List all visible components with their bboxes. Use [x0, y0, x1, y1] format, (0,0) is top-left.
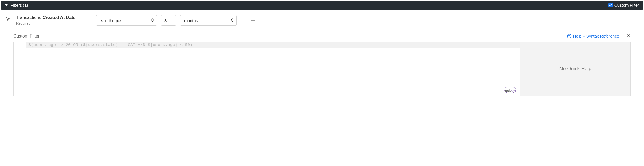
custom-filter-checkbox-label: Custom Filter: [614, 3, 639, 7]
editor-gutter: [14, 42, 26, 96]
filters-header-left: Filters (1): [5, 3, 28, 7]
lookml-badge: lookML: [503, 87, 517, 93]
custom-filter-section: Custom Filter ? Help + Syntax Reference …: [0, 30, 644, 101]
filter-field-label: Created At Date: [43, 15, 75, 20]
close-icon: [626, 33, 631, 38]
editor-placeholder-line: ${users.age} > 20 OR (${users.state} = "…: [26, 42, 520, 48]
filter-source-label: Transactions: [16, 15, 41, 20]
help-link[interactable]: ? Help + Syntax Reference: [567, 34, 619, 38]
unit-select-value: months: [184, 18, 198, 23]
custom-filter-actions: ? Help + Syntax Reference: [567, 33, 631, 39]
filter-controls: is in the past months: [96, 15, 256, 26]
editor-placeholder-text: ${users.age} > 20 OR (${users.state} = "…: [28, 43, 192, 47]
check-icon: [609, 4, 612, 7]
filter-label-block: Transactions Created At Date Required: [16, 15, 91, 25]
filter-label-line: Transactions Created At Date: [16, 15, 91, 20]
quick-help-text: No Quick Help: [559, 66, 591, 72]
custom-filter-title: Custom Filter: [13, 34, 39, 39]
caret-down-icon: [5, 4, 8, 6]
lookml-prefix: look: [504, 89, 511, 93]
code-editor[interactable]: ${users.age} > 20 OR (${users.state} = "…: [14, 42, 520, 96]
filters-header-title: Filters (1): [10, 3, 28, 7]
operator-select-value: is in the past: [100, 18, 123, 23]
svg-point-0: [7, 18, 8, 19]
quick-help-panel: No Quick Help: [520, 42, 630, 96]
help-link-text: Help + Syntax Reference: [573, 34, 619, 38]
double-caret-icon: [231, 18, 234, 23]
gear-icon[interactable]: [5, 16, 10, 22]
filters-header-right: Custom Filter: [608, 3, 639, 7]
filter-row: Transactions Created At Date Required is…: [0, 10, 644, 30]
double-caret-icon: [151, 18, 154, 23]
add-filter-button[interactable]: [250, 17, 256, 23]
close-custom-filter-button[interactable]: [626, 33, 631, 39]
plus-icon: [250, 18, 255, 23]
lookml-suffix: ML: [511, 89, 516, 93]
unit-select[interactable]: months: [180, 15, 237, 26]
filters-header[interactable]: Filters (1) Custom Filter: [1, 1, 643, 10]
filter-required-label: Required: [16, 21, 91, 25]
custom-filter-head: Custom Filter ? Help + Syntax Reference: [13, 33, 631, 39]
custom-filter-checkbox[interactable]: [608, 3, 613, 7]
editor-panel: ${users.age} > 20 OR (${users.state} = "…: [13, 42, 631, 96]
operator-select[interactable]: is in the past: [96, 15, 157, 26]
help-icon: ?: [567, 34, 571, 38]
quantity-input[interactable]: [161, 15, 176, 26]
